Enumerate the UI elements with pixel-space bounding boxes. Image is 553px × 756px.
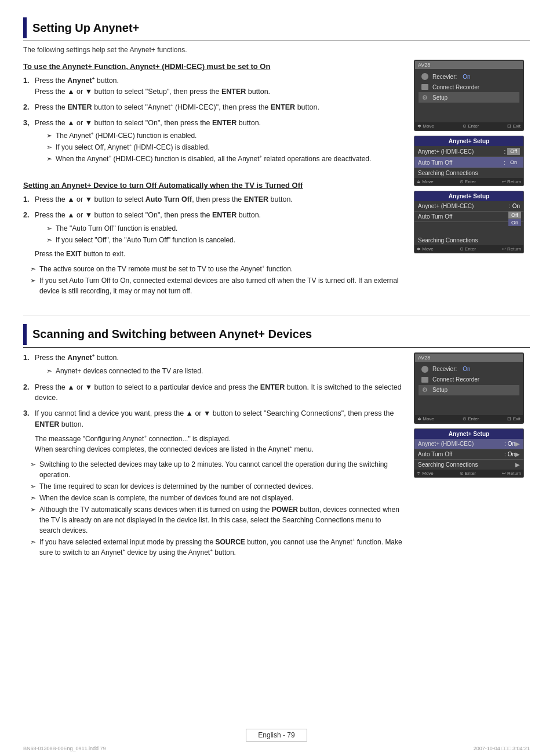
tv-header-label-2: AV28 xyxy=(418,355,430,361)
tv-menu-item-setup: ⚙ Setup xyxy=(419,92,519,103)
section2-content: 1. Press the Anynet+ button. ➣ Anynet+ d… xyxy=(23,352,530,559)
page-wrapper: Setting Up Anynet+ The following setting… xyxy=(0,0,553,756)
section-divider xyxy=(23,315,530,315)
section1-header: Setting Up Anynet+ xyxy=(23,17,530,41)
step-1-3: 3, Press the ▲ or ▼ button to select "On… xyxy=(23,118,402,166)
arrow-sym-3: ➣ xyxy=(46,154,52,164)
step-2-2-content: Press the ▲ or ▼ button to select "On", … xyxy=(35,210,402,259)
setup-row-auto-3: Auto Turn Off : On ▶ xyxy=(414,449,523,460)
bullet1-2: ➣ If you select Off, Anynet+ (HDMI-CEC) … xyxy=(46,142,402,152)
note1-1: ➣ The active source on the TV remote mus… xyxy=(30,264,402,274)
arrow-sym-13: ➣ xyxy=(30,537,36,558)
page-footer: English - 79 xyxy=(0,729,553,742)
arrow-sym-6: ➣ xyxy=(30,264,36,274)
tv-icon-gear: ⚙ xyxy=(421,93,429,101)
section1-subheading: To use the Anynet+ Function, Anynet+ (HD… xyxy=(23,62,402,71)
section1-left: To use the Anynet+ Function, Anynet+ (HD… xyxy=(23,60,402,297)
page-number-box: English - 79 xyxy=(246,729,307,742)
arrow-sym-5: ➣ xyxy=(46,235,52,245)
page-number: 79 xyxy=(287,731,294,739)
step-2-2: 2. Press the ▲ or ▼ button to select "On… xyxy=(23,210,402,259)
setup-panel-1-title: Anynet+ Setup xyxy=(414,136,523,146)
tv-menu-item-recevier-2: Recevier: On xyxy=(419,364,519,375)
arrow-sym-11: ➣ xyxy=(30,493,36,503)
step-1-3-num: 3, xyxy=(23,118,35,166)
setup-panel-3-title: Anynet+ Setup xyxy=(414,429,523,439)
meta-right: 2007-10-04 □□□ 3:04:21 xyxy=(474,746,530,751)
anynet-setup-panel-2: Anynet+ Setup Anynet+ (HDMI-CEC) : On Au… xyxy=(414,191,524,253)
tv-body-2: Recevier: On Connect Recorder ⚙ Setup xyxy=(415,362,523,415)
arrow-sym-9: ➣ xyxy=(30,459,36,480)
bullets1-list: ➣ The Anynet+ (HDMI-CEC) function is ena… xyxy=(46,130,402,164)
tv-menu-item-setup-2: ⚙ Setup xyxy=(419,385,519,395)
arrow-sym-4: ➣ xyxy=(46,223,52,234)
tv-panel-2: AV28 Recevier: On Connect Recorder xyxy=(414,352,524,424)
setup-row-hdmi-3: Anynet+ (HDMI-CEC) : On ▶ xyxy=(414,439,523,449)
tv-icon-gear-2: ⚙ xyxy=(421,386,429,394)
section1-bar xyxy=(23,17,27,38)
setup-footer-3: ≑ Move ⊙ Enter ↩ Return xyxy=(414,470,523,477)
off-tag-1: Off xyxy=(507,148,520,155)
tv-icon-circle xyxy=(421,72,429,81)
s2-note-2: ➣ The time required to scan for devices … xyxy=(30,481,402,492)
setup-row-search-2: Searching Connections xyxy=(414,222,523,245)
tv-footer-1: ≑ Move ⊙ Enter ⊡ Exit xyxy=(415,122,523,130)
s2-step-3-num: 3. xyxy=(23,408,35,455)
s2-step-1-num: 1. xyxy=(23,352,35,377)
setup-row-hdmi-1: Anynet+ (HDMI-CEC) : Off xyxy=(414,146,523,157)
s2-note-5: ➣ If you have selected external input mo… xyxy=(30,537,402,558)
setup-row-auto-1: Auto Turn Off : On xyxy=(414,157,523,168)
section2-right: AV28 Recevier: On Connect Recorder xyxy=(414,352,530,559)
bullets2-list: ➣ The "Auto Turn Off" function is enable… xyxy=(46,223,402,245)
section2-header: Scanning and Switching between Anynet+ D… xyxy=(23,324,530,348)
arrow-sym-12: ➣ xyxy=(30,504,36,536)
note1-2: ➣ If you set Auto Turn Off to On, connec… xyxy=(30,275,402,296)
setup-row-search-3: Searching Connections ▶ xyxy=(414,460,523,470)
tv-footer-move: ≑ Move xyxy=(417,123,434,129)
setup-row-auto-2: Auto Turn Off : Off On xyxy=(414,212,523,222)
step-2-2-num: 2. xyxy=(23,210,35,259)
step-1-2-num: 2. xyxy=(23,102,35,113)
tv-footer-2: ≑ Move ⊙ Enter ⊡ Exit xyxy=(415,415,523,423)
off-option: Off xyxy=(508,212,521,219)
s2-note-3: ➣ When the device scan is complete, the … xyxy=(30,493,402,503)
section2-left: 1. Press the Anynet+ button. ➣ Anynet+ d… xyxy=(23,352,402,559)
bullet2-1: ➣ The "Auto Turn Off" function is enable… xyxy=(46,223,402,234)
section-scanning: Scanning and Switching between Anynet+ D… xyxy=(23,324,530,559)
s2-step-1-content: Press the Anynet+ button. ➣ Anynet+ devi… xyxy=(35,352,402,377)
s2-bullet1-1: ➣ Anynet+ devices connected to the TV ar… xyxy=(46,366,402,376)
s2-step-2-num: 2. xyxy=(23,382,35,404)
arrow-sym: ➣ xyxy=(46,130,52,141)
tv-panel-1: AV28 Recevier: On Connect Recorder xyxy=(414,60,524,131)
tv-icon-tape-2 xyxy=(421,376,429,384)
step-1-2: 2. Press the ENTER button to select "Any… xyxy=(23,102,402,113)
step-1-1: 1. Press the Anynet+ button. Press the ▲… xyxy=(23,75,402,97)
s2-note-1: ➣ Switching to the selected devices may … xyxy=(30,459,402,480)
meta-left: BN68-01308B-00Eng_0911.indd 79 xyxy=(23,746,106,751)
exit-note: Press the EXIT button to exit. xyxy=(35,249,402,259)
setup-panel-2-title: Anynet+ Setup xyxy=(414,191,523,201)
section1-subtitle: The following settings help set the Anyn… xyxy=(23,46,530,54)
setup-panel-1-body: Anynet+ (HDMI-CEC) : Off Auto Turn Off :… xyxy=(414,146,523,178)
anynet-setup-panel-1: Anynet+ Setup Anynet+ (HDMI-CEC) : Off A… xyxy=(414,136,524,186)
section1-right: AV28 Recevier: On Connect Recorder xyxy=(414,60,530,297)
setup-row-search-1: Searching Connections xyxy=(414,168,523,178)
tv-menu-item-recevier: Recevier: On xyxy=(419,71,519,82)
arrow-sym-8: ➣ xyxy=(46,366,52,376)
tv-menu-item-recorder: Connect Recorder xyxy=(419,82,519,92)
section1-title: Setting Up Anynet+ xyxy=(32,21,139,35)
setup-panel-2-body: Anynet+ (HDMI-CEC) : On Auto Turn Off : … xyxy=(414,201,523,245)
tv-header-label-1: AV28 xyxy=(418,62,430,68)
section2-title: Scanning and Switching between Anynet+ D… xyxy=(32,328,312,341)
setup-panel-3-body: Anynet+ (HDMI-CEC) : On ▶ Auto Turn Off … xyxy=(414,439,523,470)
s2-note-4: ➣ Although the TV automatically scans de… xyxy=(30,504,402,536)
arrow-sym-7: ➣ xyxy=(30,275,36,296)
arrow-sym-2: ➣ xyxy=(46,142,52,152)
section1-notes: ➣ The active source on the TV remote mus… xyxy=(30,264,402,296)
tv-header-2: AV28 xyxy=(415,354,523,362)
step-1-1-num: 1. xyxy=(23,75,35,97)
setup-footer-2: ≑ Move ⊙ Enter ↩ Return xyxy=(414,245,523,253)
bullet1-1: ➣ The Anynet+ (HDMI-CEC) function is ena… xyxy=(46,130,402,141)
tv-icon-tape xyxy=(421,83,429,91)
s2-step-3-content: If you cannot find a device you want, pr… xyxy=(35,408,402,455)
